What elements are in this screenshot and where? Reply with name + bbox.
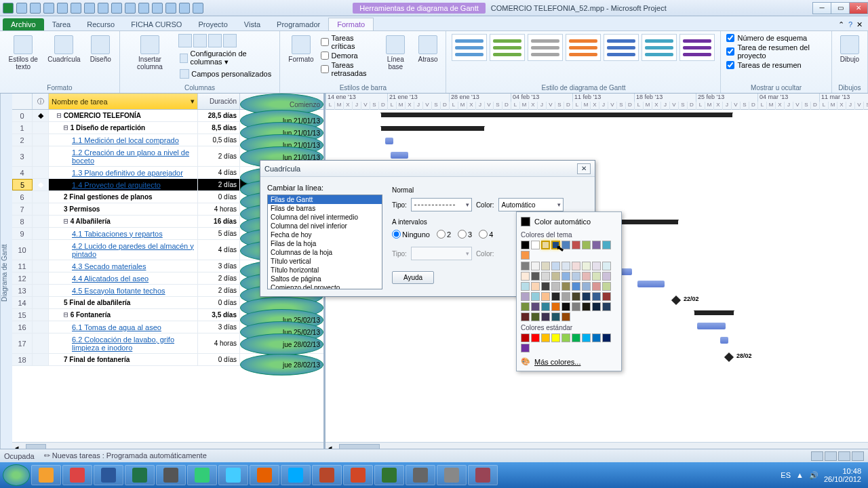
milestone-icon[interactable]: [724, 352, 734, 362]
qat-icon[interactable]: [71, 3, 81, 14]
wrap-icon[interactable]: [223, 34, 237, 47]
qat-icon[interactable]: [165, 3, 176, 14]
system-tray[interactable]: ES ▲ 🔊 10:4826/10/2012: [781, 467, 865, 483]
view-team-icon[interactable]: [838, 451, 850, 461]
color-swatch[interactable]: [572, 282, 580, 291]
task-bar[interactable]: [720, 337, 728, 344]
tab-format[interactable]: Formato: [328, 18, 374, 30]
redo-icon[interactable]: [43, 3, 54, 14]
view-usage-icon[interactable]: [825, 451, 837, 461]
taskbar-app[interactable]: [312, 465, 342, 485]
color-swatch[interactable]: [592, 292, 601, 301]
qat-icon[interactable]: [193, 3, 203, 14]
undo-icon[interactable]: [30, 3, 41, 14]
color-swatch[interactable]: [531, 241, 540, 249]
tab-resource[interactable]: Recurso: [79, 18, 123, 30]
drawing-button[interactable]: Dibujo: [837, 34, 862, 64]
color-swatch[interactable]: [592, 241, 601, 249]
col-rownum[interactable]: [12, 94, 33, 109]
color-swatch[interactable]: [531, 312, 540, 321]
color-swatch[interactable]: [561, 272, 570, 281]
table-row[interactable]: 145 Final de albañilería0 días: [12, 297, 323, 309]
color-swatch[interactable]: [531, 282, 540, 291]
tray-icon[interactable]: 🔊: [809, 471, 818, 480]
dialog-close-button[interactable]: ✕: [577, 163, 591, 174]
qat-icon[interactable]: [152, 3, 163, 14]
table-row[interactable]: 15⊟6 Fontanería3,5 díaslun 25/02/13: [12, 309, 323, 321]
color-swatch[interactable]: [561, 333, 570, 342]
tab-project[interactable]: Proyecto: [190, 18, 235, 30]
taskbar-app[interactable]: [125, 465, 155, 485]
list-item[interactable]: Comienzo del proyecto: [268, 283, 382, 289]
color-swatch[interactable]: [521, 292, 530, 301]
color-swatch[interactable]: [521, 282, 530, 291]
color-swatch[interactable]: [602, 302, 611, 311]
table-row[interactable]: 187 Final de fontanería0 díasjue 28/02/1…: [12, 354, 323, 366]
color-swatch[interactable]: [531, 272, 540, 281]
color-swatch[interactable]: [551, 272, 560, 281]
color-swatch[interactable]: [541, 272, 550, 281]
tab-ficha[interactable]: FICHA CURSO: [123, 18, 190, 30]
doc-close-icon[interactable]: ✕: [856, 20, 863, 29]
clock[interactable]: 10:4826/10/2012: [824, 467, 861, 483]
radio-none[interactable]: Ninguno: [392, 230, 430, 239]
dialog-titlebar[interactable]: Cuadrícula ✕: [260, 161, 595, 177]
list-item[interactable]: Columna del nivel intermedio: [268, 213, 382, 222]
auto-color-row[interactable]: Color automático: [519, 215, 618, 228]
color-swatch[interactable]: [521, 262, 530, 270]
color-swatch[interactable]: [541, 282, 550, 291]
task-bar[interactable]: [697, 323, 726, 329]
list-item[interactable]: Fecha de hoy: [268, 230, 382, 239]
column-settings-button[interactable]: Configuración de columnas ▾: [178, 49, 274, 67]
col-duration[interactable]: Duración: [198, 94, 240, 109]
list-item[interactable]: Filas de barras: [268, 204, 382, 213]
gantt-style-gallery[interactable]: [452, 34, 715, 61]
list-item[interactable]: Filas de la hoja: [268, 239, 382, 248]
color-swatch[interactable]: [521, 344, 530, 352]
list-item[interactable]: Columnas de la hoja: [268, 248, 382, 257]
minimize-button[interactable]: ─: [812, 2, 831, 14]
close-button[interactable]: ✕: [849, 2, 868, 14]
color-swatch[interactable]: [582, 282, 591, 291]
color-swatch[interactable]: [572, 241, 580, 249]
color-swatch[interactable]: [521, 241, 530, 249]
qat-icon[interactable]: [179, 3, 190, 14]
taskbar-app[interactable]: [250, 465, 279, 485]
color-swatch[interactable]: [531, 292, 540, 301]
color-swatch[interactable]: [541, 312, 550, 321]
bar-format-button[interactable]: Formato: [285, 34, 316, 64]
qat-icon[interactable]: [84, 3, 95, 14]
taskbar-app[interactable]: [374, 465, 404, 485]
slippage-button[interactable]: Atraso: [416, 34, 441, 64]
list-item[interactable]: Título vertical: [268, 257, 382, 266]
tab-file[interactable]: Archivo: [3, 18, 44, 30]
color-swatch[interactable]: [521, 251, 530, 260]
taskbar-app[interactable]: [468, 465, 498, 485]
task-bar[interactable]: [385, 138, 393, 144]
taskbar-app[interactable]: [343, 465, 373, 485]
color-swatch[interactable]: [561, 312, 570, 321]
taskbar-app[interactable]: [437, 465, 467, 485]
slack-check[interactable]: Demora: [321, 52, 376, 60]
color-swatch[interactable]: [551, 312, 560, 321]
task-bar[interactable]: [637, 281, 665, 287]
qat-icon[interactable]: [125, 3, 136, 14]
critical-tasks-check[interactable]: Tareas críticas: [321, 34, 376, 50]
color-swatch[interactable]: [541, 333, 550, 342]
gridlines-button[interactable]: Cuadrícula: [45, 34, 83, 64]
color-swatch[interactable]: [602, 241, 611, 249]
color-swatch[interactable]: [582, 241, 591, 249]
align-center-icon[interactable]: [193, 34, 207, 47]
col-taskname[interactable]: Nombre de tarea▾: [49, 94, 198, 109]
color-swatch[interactable]: [572, 292, 580, 301]
line-list[interactable]: Filas de GanttFilas de barrasColumna del…: [267, 195, 382, 289]
more-colors-row[interactable]: 🎨 Más colores...: [519, 355, 618, 368]
color-swatch[interactable]: [521, 302, 530, 311]
color-swatch[interactable]: [561, 302, 570, 311]
align-left-icon[interactable]: [178, 34, 192, 47]
taskbar-app[interactable]: [62, 465, 92, 485]
color-swatch[interactable]: [602, 282, 611, 291]
color-swatch[interactable]: [521, 312, 530, 321]
color-swatch[interactable]: [561, 282, 570, 291]
color-swatch[interactable]: [582, 292, 591, 301]
